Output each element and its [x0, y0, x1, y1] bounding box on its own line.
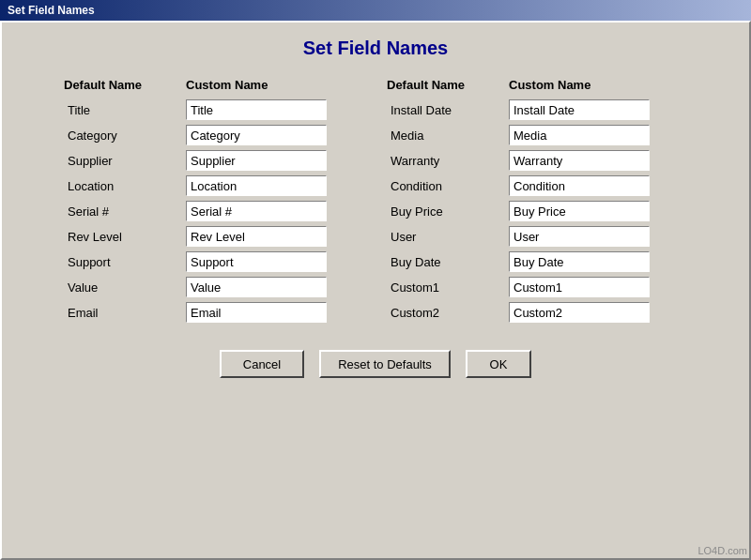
- table-row: Buy Price: [387, 201, 687, 221]
- right-default-label-5: User: [387, 230, 509, 244]
- left-default-label-0: Title: [64, 103, 186, 117]
- table-row: Value: [64, 277, 364, 297]
- left-custom-input-4[interactable]: [186, 201, 327, 221]
- left-rows: Title Category Supplier Location Serial …: [64, 99, 364, 327]
- left-default-label-8: Email: [64, 306, 186, 320]
- dialog-title: Set Field Names: [24, 38, 727, 59]
- table-row: Custom2: [387, 302, 687, 323]
- watermark: LO4D.com: [697, 545, 747, 556]
- table-row: Condition: [387, 175, 687, 196]
- left-default-header: Default Name: [64, 78, 186, 92]
- title-bar-label: Set Field Names: [8, 4, 95, 17]
- right-custom-input-4[interactable]: [509, 201, 650, 221]
- right-default-label-2: Warranty: [387, 154, 509, 168]
- right-default-header: Default Name: [387, 78, 509, 92]
- left-custom-input-2[interactable]: [186, 150, 327, 171]
- table-row: Email: [64, 302, 364, 323]
- left-column: Default Name Custom Name Title Category …: [64, 78, 364, 327]
- left-default-label-3: Location: [64, 179, 186, 193]
- right-column-headers: Default Name Custom Name: [387, 78, 687, 92]
- right-custom-input-2[interactable]: [509, 150, 650, 171]
- table-row: Buy Date: [387, 251, 687, 272]
- right-default-label-6: Buy Date: [387, 255, 509, 269]
- left-custom-input-1[interactable]: [186, 125, 327, 145]
- right-custom-input-7[interactable]: [509, 277, 650, 297]
- right-custom-input-3[interactable]: [509, 175, 650, 196]
- right-custom-input-5[interactable]: [509, 226, 650, 247]
- right-custom-input-1[interactable]: [509, 125, 650, 145]
- right-default-label-4: Buy Price: [387, 204, 509, 219]
- table-row: Location: [64, 175, 364, 196]
- table-row: Media: [387, 125, 687, 145]
- right-column: Default Name Custom Name Install Date Me…: [387, 78, 687, 327]
- table-row: Serial #: [64, 201, 364, 221]
- left-default-label-7: Value: [64, 280, 186, 295]
- left-column-headers: Default Name Custom Name: [64, 78, 364, 92]
- left-default-label-2: Supplier: [64, 154, 186, 168]
- table-row: Support: [64, 251, 364, 272]
- left-custom-input-6[interactable]: [186, 251, 327, 272]
- dialog: Set Field Names Default Name Custom Name…: [0, 21, 751, 560]
- left-custom-header: Custom Name: [186, 78, 355, 92]
- left-default-label-5: Rev Level: [64, 230, 186, 244]
- table-row: User: [387, 226, 687, 247]
- left-default-label-1: Category: [64, 129, 186, 143]
- right-default-label-3: Condition: [387, 179, 509, 193]
- left-custom-input-8[interactable]: [186, 302, 327, 323]
- table-row: Custom1: [387, 277, 687, 297]
- right-custom-input-8[interactable]: [509, 302, 650, 323]
- columns-container: Default Name Custom Name Title Category …: [24, 78, 727, 327]
- left-custom-input-3[interactable]: [186, 175, 327, 196]
- table-row: Category: [64, 125, 364, 145]
- left-custom-input-7[interactable]: [186, 277, 327, 297]
- table-row: Warranty: [387, 150, 687, 171]
- left-default-label-4: Serial #: [64, 204, 186, 219]
- right-custom-input-0[interactable]: [509, 99, 650, 120]
- table-row: Title: [64, 99, 364, 120]
- table-row: Supplier: [64, 150, 364, 171]
- right-custom-input-6[interactable]: [509, 251, 650, 272]
- right-default-label-1: Media: [387, 129, 509, 143]
- left-custom-input-5[interactable]: [186, 226, 327, 247]
- table-row: Rev Level: [64, 226, 364, 247]
- ok-button[interactable]: OK: [466, 350, 531, 378]
- right-default-label-0: Install Date: [387, 103, 509, 117]
- right-rows: Install Date Media Warranty Condition Bu…: [387, 99, 687, 327]
- right-custom-header: Custom Name: [509, 78, 678, 92]
- right-default-label-8: Custom2: [387, 306, 509, 320]
- title-bar: Set Field Names: [0, 0, 751, 21]
- cancel-button[interactable]: Cancel: [220, 350, 304, 378]
- right-default-label-7: Custom1: [387, 280, 509, 295]
- left-custom-input-0[interactable]: [186, 99, 327, 120]
- left-default-label-6: Support: [64, 255, 186, 269]
- table-row: Install Date: [387, 99, 687, 120]
- reset-to-defaults-button[interactable]: Reset to Defaults: [319, 350, 451, 378]
- button-row: Cancel Reset to Defaults OK: [24, 350, 727, 378]
